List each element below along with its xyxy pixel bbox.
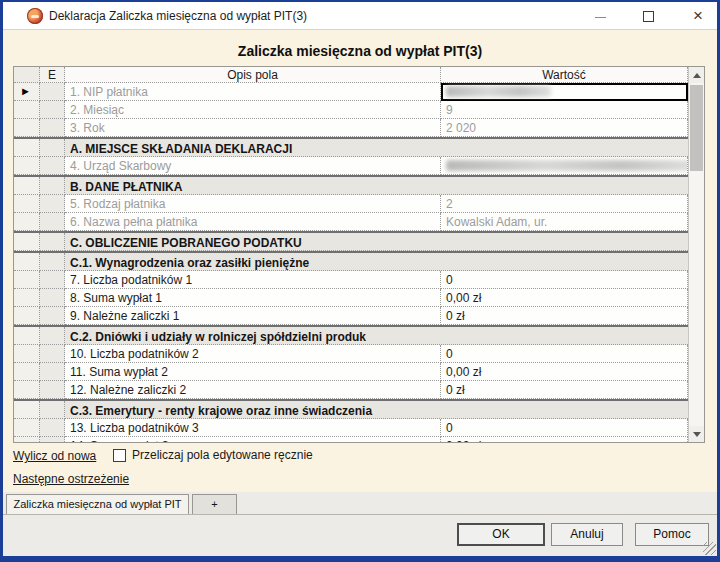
table-row: 14. Suma wypłat 30,00 zł bbox=[14, 437, 688, 442]
e-cell bbox=[40, 101, 65, 119]
field-label: 7. Liczba podatników 1 bbox=[65, 271, 441, 289]
field-value[interactable]: 0 bbox=[441, 345, 688, 363]
row-selector[interactable] bbox=[14, 419, 40, 437]
field-value[interactable]: 2 bbox=[441, 195, 688, 213]
minimize-button[interactable] bbox=[587, 4, 613, 28]
add-tab-button[interactable]: + bbox=[192, 494, 237, 514]
table-row: 6. Nazwa pełna płatnikaKowalski Adam, ur… bbox=[14, 213, 688, 231]
close-button[interactable]: × bbox=[685, 4, 711, 28]
e-cell bbox=[40, 157, 65, 175]
row-selector[interactable] bbox=[14, 327, 40, 345]
table-row: 8. Suma wypłat 10,00 zł bbox=[14, 289, 688, 307]
bottom-panel: Zaliczka miesięczna od wypłat PIT + OK A… bbox=[3, 492, 717, 556]
opis-pola-column-header: Opis pola bbox=[65, 67, 441, 83]
scrollbar-up-button[interactable] bbox=[689, 67, 704, 83]
field-value[interactable]: 9 bbox=[441, 101, 688, 119]
recalculate-link[interactable]: Wylicz od nowa bbox=[13, 449, 96, 463]
row-selector[interactable] bbox=[14, 401, 40, 419]
field-label: 6. Nazwa pełna płatnika bbox=[65, 213, 441, 231]
section-label: A. MIEJSCE SKŁADANIA DEKLARACJI bbox=[65, 139, 688, 157]
section-label: B. DANE PŁATNIKA bbox=[65, 177, 688, 195]
field-value[interactable] bbox=[441, 157, 688, 175]
table-row: 5. Rodzaj płatnika2 bbox=[14, 195, 688, 213]
e-cell bbox=[40, 327, 65, 345]
table-header-row: E Opis pola Wartość bbox=[14, 67, 688, 83]
recalc-checkbox-label: Przeliczaj pola edytowane ręcznie bbox=[132, 448, 313, 462]
chevron-down-icon bbox=[693, 432, 701, 437]
e-cell bbox=[40, 381, 65, 399]
maximize-button[interactable] bbox=[635, 4, 661, 28]
row-selector[interactable] bbox=[14, 213, 40, 231]
field-label: 14. Suma wypłat 3 bbox=[65, 437, 441, 442]
section-label: C. OBLICZENIE POBRANEGO PODATKU bbox=[65, 233, 688, 251]
scrollbar-down-button[interactable] bbox=[689, 426, 704, 442]
table-row: 12. Należne zaliczki 20 zł bbox=[14, 381, 688, 399]
field-label: 4. Urząd Skarbowy bbox=[65, 157, 441, 175]
row-selector[interactable] bbox=[14, 139, 40, 157]
declaration-table: E Opis pola Wartość ►1. NIP płatnika2. M… bbox=[13, 66, 705, 443]
redacted-value bbox=[446, 160, 688, 171]
row-selector[interactable] bbox=[14, 157, 40, 175]
table-row: 4. Urząd Skarbowy bbox=[14, 157, 688, 175]
e-cell bbox=[40, 177, 65, 195]
row-selector[interactable] bbox=[14, 233, 40, 251]
field-label: 8. Suma wypłat 1 bbox=[65, 289, 441, 307]
recalc-edited-checkbox[interactable] bbox=[113, 449, 126, 462]
table-row: 3. Rok2 020 bbox=[14, 119, 688, 137]
row-selector[interactable] bbox=[14, 437, 40, 442]
row-selector[interactable] bbox=[14, 381, 40, 399]
field-value[interactable]: 0,00 zł bbox=[441, 363, 688, 381]
form-area: Zaliczka miesięczna od wypłat PIT(3) E O… bbox=[3, 30, 717, 492]
e-cell bbox=[40, 271, 65, 289]
e-cell bbox=[40, 419, 65, 437]
table-row: 2. Miesiąc9 bbox=[14, 101, 688, 119]
field-label: 10. Liczba podatników 2 bbox=[65, 345, 441, 363]
field-value[interactable]: 0 zł bbox=[441, 307, 688, 325]
help-button[interactable]: Pomoc bbox=[635, 523, 709, 546]
row-selector[interactable] bbox=[14, 101, 40, 119]
ok-button[interactable]: OK bbox=[457, 523, 545, 546]
field-value[interactable]: 0 bbox=[441, 271, 688, 289]
field-value[interactable] bbox=[441, 83, 688, 101]
e-cell bbox=[40, 233, 65, 251]
row-selector[interactable] bbox=[14, 271, 40, 289]
field-value[interactable]: 2 020 bbox=[441, 119, 688, 137]
e-cell bbox=[40, 83, 65, 101]
tab-zaliczka-miesieczna[interactable]: Zaliczka miesięczna od wypłat PIT bbox=[6, 494, 189, 514]
field-value[interactable]: 0,00 zł bbox=[441, 437, 688, 442]
field-label: 11. Suma wypłat 2 bbox=[65, 363, 441, 381]
scrollbar-thumb[interactable] bbox=[690, 85, 703, 171]
row-selector[interactable] bbox=[14, 307, 40, 325]
field-label: 2. Miesiąc bbox=[65, 101, 441, 119]
window-inner: Deklaracja Zaliczka miesięczna od wypłat… bbox=[3, 2, 717, 556]
e-cell bbox=[40, 307, 65, 325]
row-selector[interactable] bbox=[14, 345, 40, 363]
next-warning-link[interactable]: Następne ostrzeżenie bbox=[13, 472, 129, 486]
row-selector[interactable] bbox=[14, 289, 40, 307]
field-value[interactable]: Kowalski Adam, ur. bbox=[441, 213, 688, 231]
row-selector[interactable] bbox=[14, 363, 40, 381]
window-title: Deklaracja Zaliczka miesięczna od wypłat… bbox=[49, 9, 307, 23]
section-label: C.3. Emerytury - renty krajowe oraz inne… bbox=[65, 401, 688, 419]
table-body: ►1. NIP płatnika2. Miesiąc93. Rok2 020A.… bbox=[14, 83, 688, 442]
cancel-button[interactable]: Anuluj bbox=[551, 523, 623, 546]
row-selector[interactable] bbox=[14, 177, 40, 195]
e-cell bbox=[40, 195, 65, 213]
row-selector[interactable] bbox=[14, 253, 40, 271]
e-cell bbox=[40, 401, 65, 419]
maximize-icon bbox=[643, 11, 654, 22]
row-selector[interactable]: ► bbox=[14, 83, 40, 101]
row-selector[interactable] bbox=[14, 119, 40, 137]
e-cell bbox=[40, 437, 65, 442]
field-label: 13. Liczba podatników 3 bbox=[65, 419, 441, 437]
field-label: 9. Należne zaliczki 1 bbox=[65, 307, 441, 325]
e-cell bbox=[40, 289, 65, 307]
e-cell bbox=[40, 253, 65, 271]
resize-grip[interactable] bbox=[703, 542, 716, 555]
field-value[interactable]: 0 zł bbox=[441, 381, 688, 399]
table-row: 11. Suma wypłat 20,00 zł bbox=[14, 363, 688, 381]
table-scrollbar[interactable] bbox=[688, 67, 704, 442]
field-value[interactable]: 0 bbox=[441, 419, 688, 437]
field-value[interactable]: 0,00 zł bbox=[441, 289, 688, 307]
row-selector[interactable] bbox=[14, 195, 40, 213]
